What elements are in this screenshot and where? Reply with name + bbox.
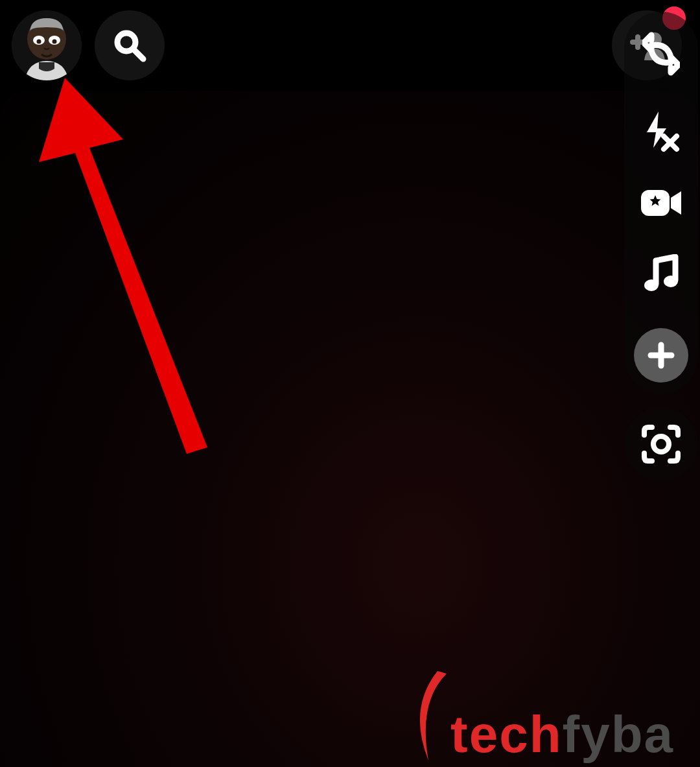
avatar-icon [12,10,82,80]
add-tools-button[interactable]: add [634,328,688,383]
svg-point-15 [664,276,678,287]
flash-button[interactable]: flash-off [638,109,684,154]
rail-group-top: flip-camera flash-off video-effect [624,12,698,394]
svg-point-4 [37,40,41,44]
watermark-part1: tech [450,705,563,763]
svg-point-14 [644,279,659,291]
flip-camera-button[interactable]: flip-camera [638,25,684,83]
camera-viewport[interactable] [0,91,700,767]
music-button[interactable]: music [638,252,684,297]
watermark-crescent-icon [415,670,454,761]
scan-button[interactable]: scan [624,407,698,481]
search-icon [112,28,147,63]
music-icon [643,254,679,294]
watermark-part2: fyba [563,705,675,763]
right-tool-rail: flip-camera flash-off video-effect [622,12,700,481]
video-effect-icon [640,187,682,218]
watermark-text: techfyba [450,709,674,761]
flip-camera-icon [642,31,680,77]
plus-icon [647,341,675,370]
video-effect-button[interactable]: video-effect [638,180,684,226]
watermark: techfyba [415,670,674,761]
svg-point-18 [653,436,669,452]
scan-icon [640,423,682,465]
svg-line-7 [134,49,143,59]
search-button[interactable]: search [95,10,165,80]
top-bar: profile-avatar search add-friend [0,0,700,91]
svg-point-5 [52,40,57,44]
profile-avatar-button[interactable]: profile-avatar [12,10,82,80]
flash-off-icon [642,110,681,153]
